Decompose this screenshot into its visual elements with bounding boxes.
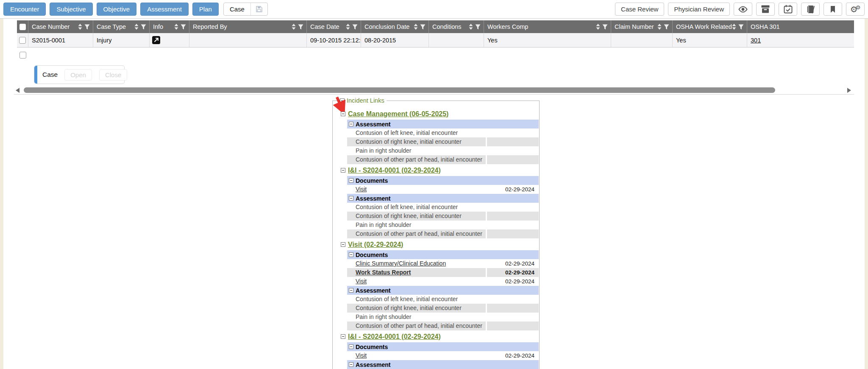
collapse-icon[interactable]: [341, 242, 345, 247]
sort-icon[interactable]: [414, 24, 418, 30]
settings-button[interactable]: ⚙⚙: [846, 3, 865, 16]
document-link[interactable]: Clinic Summary/Clinical Education: [356, 260, 446, 267]
filter-icon[interactable]: [181, 24, 186, 30]
table-row[interactable]: S2015-0001 Injury 09-10-2015 22:12:00 08…: [17, 33, 854, 48]
subjective-button[interactable]: Subjective: [50, 3, 92, 16]
collapse-icon[interactable]: [349, 362, 353, 367]
filter-icon[interactable]: [664, 24, 669, 30]
cell-workers-comp: Yes: [484, 33, 611, 47]
document-link[interactable]: Visit: [356, 278, 367, 285]
column-header-info[interactable]: Info: [150, 20, 189, 33]
filter-icon[interactable]: [738, 24, 744, 30]
column-header-osha-work-related[interactable]: OSHA Work Related: [673, 20, 747, 33]
case-review-button[interactable]: Case Review: [615, 3, 664, 16]
sort-icon[interactable]: [732, 24, 736, 30]
column-header-reported-by[interactable]: Reported By: [189, 20, 307, 33]
column-header-case-type[interactable]: Case Type: [93, 20, 150, 33]
eye-button[interactable]: [734, 3, 752, 16]
sort-icon[interactable]: [78, 24, 82, 30]
collapse-icon[interactable]: [341, 168, 345, 173]
tree-item: Contusion of right knee, initial encount…: [347, 304, 539, 313]
assessment-button[interactable]: Assessment: [140, 3, 189, 16]
tree-item: Visit 02-29-2024: [347, 351, 539, 360]
osha-301-link[interactable]: 301: [751, 37, 761, 44]
collapse-icon[interactable]: [341, 112, 345, 116]
filter-icon[interactable]: [298, 24, 303, 30]
objective-button[interactable]: Objective: [97, 3, 137, 16]
column-header-workers-comp[interactable]: Workers Comp: [484, 20, 611, 33]
sort-icon[interactable]: [469, 24, 473, 30]
incident-group-row: Visit (02-29-2024): [341, 240, 539, 249]
case-tab-label: Case: [224, 6, 250, 13]
document-link[interactable]: Visit: [356, 352, 367, 359]
column-header-osha-301[interactable]: OSHA 301: [747, 20, 854, 33]
journal-button[interactable]: [801, 3, 820, 16]
sort-icon[interactable]: [134, 24, 139, 30]
tree-item: Visit 02-29-2024: [347, 277, 539, 286]
incident-group-row: I&I - S2024-0001 (02-29-2024): [341, 165, 539, 175]
encounter-button[interactable]: Encounter: [3, 3, 46, 16]
scrollbar-thumb[interactable]: [24, 87, 775, 93]
filter-icon[interactable]: [475, 24, 481, 30]
tree-item: Contusion of other part of head, initial…: [347, 229, 539, 238]
collapse-icon[interactable]: [341, 334, 345, 339]
save-icon[interactable]: [251, 6, 267, 13]
incident-group-link[interactable]: I&I - S2024-0001 (02-29-2024): [348, 167, 441, 174]
bookmark-button[interactable]: [823, 3, 842, 16]
tree-item: Clinic Summary/Clinical Education 02-29-…: [347, 259, 539, 268]
incident-group-link[interactable]: Visit (02-29-2024): [348, 241, 403, 249]
column-header-case-number[interactable]: Case Number: [28, 20, 93, 33]
collapse-icon[interactable]: [349, 344, 353, 349]
collapse-icon[interactable]: [340, 98, 345, 103]
select-all-checkbox[interactable]: [19, 24, 26, 30]
collapse-icon[interactable]: [349, 122, 353, 126]
collapse-icon[interactable]: [349, 288, 353, 293]
column-header-conditions[interactable]: Conditions: [429, 20, 484, 33]
archive-button[interactable]: [756, 3, 775, 16]
journal-icon: [806, 5, 815, 14]
filter-icon[interactable]: [602, 24, 608, 30]
physician-review-button[interactable]: Physician Review: [668, 3, 730, 16]
left-edge-strip: [0, 19, 3, 369]
filter-icon[interactable]: [141, 24, 146, 30]
collapse-icon[interactable]: [349, 196, 353, 201]
filter-icon[interactable]: [84, 24, 90, 30]
case-tab[interactable]: Case: [223, 3, 268, 16]
document-link[interactable]: Work Status Report: [356, 269, 411, 276]
tree-section-header: Documents: [347, 342, 539, 351]
sort-icon[interactable]: [596, 24, 600, 30]
row-checkbox[interactable]: [19, 37, 26, 44]
column-header-case-date[interactable]: Case Date: [307, 20, 361, 33]
column-header-claim-number[interactable]: Claim Number: [611, 20, 673, 33]
empty-row-checkbox[interactable]: [19, 52, 26, 59]
filter-icon[interactable]: [352, 24, 358, 30]
collapse-icon[interactable]: [349, 178, 353, 183]
open-case-button[interactable]: Open: [64, 69, 92, 81]
cell-case-number: S2015-0001: [28, 33, 93, 47]
incident-group-link[interactable]: I&I - S2024-0001 (02-29-2024): [348, 333, 441, 341]
horizontal-scrollbar[interactable]: [14, 87, 854, 95]
close-case-button[interactable]: Close: [99, 69, 127, 81]
incident-group-link[interactable]: Case Management (06-05-2025): [348, 110, 448, 118]
sort-icon[interactable]: [292, 24, 296, 30]
cell-osha-301: 301: [747, 33, 854, 47]
plan-button[interactable]: Plan: [192, 3, 219, 16]
tree-item: Contusion of right knee, initial encount…: [347, 137, 539, 146]
sort-icon[interactable]: [346, 24, 350, 30]
calendar-button[interactable]: [779, 3, 797, 16]
eye-icon: [738, 6, 748, 13]
sort-icon[interactable]: [174, 24, 178, 30]
collapse-icon[interactable]: [349, 252, 353, 257]
cell-case-date: 09-10-2015 22:12:00: [307, 33, 361, 47]
tree-item: Pain in right shoulder: [347, 221, 539, 229]
scroll-left-arrow[interactable]: [16, 88, 19, 93]
document-link[interactable]: Visit: [356, 186, 367, 193]
scroll-right-arrow[interactable]: [847, 88, 851, 93]
tree-item: Contusion of other part of head, initial…: [347, 155, 539, 164]
external-link-icon[interactable]: [152, 36, 160, 44]
sort-icon[interactable]: [657, 24, 662, 30]
filter-icon[interactable]: [420, 24, 426, 30]
select-all-cell: [17, 20, 28, 33]
column-header-conclusion-date[interactable]: Conclusion Date: [361, 20, 429, 33]
cell-info: [150, 33, 189, 47]
